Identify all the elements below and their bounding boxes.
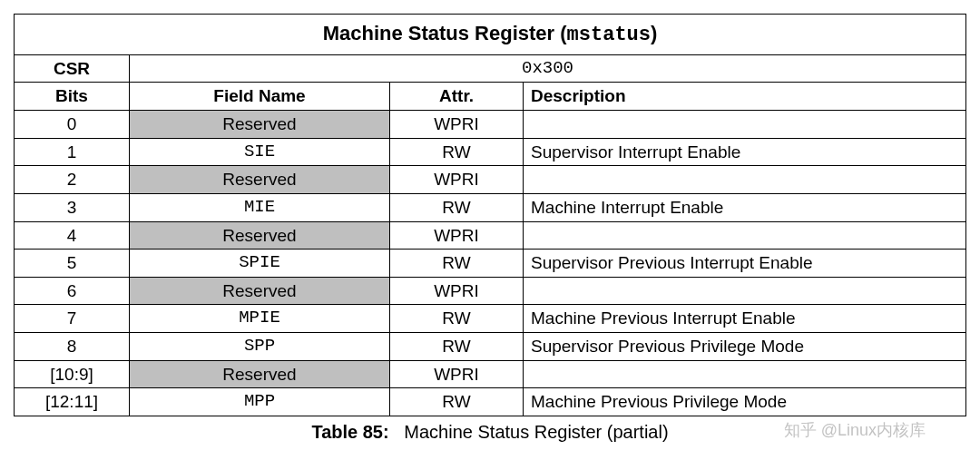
cell-field: SPP: [130, 333, 390, 361]
cell-bits: 0: [15, 110, 130, 138]
cell-field: Reserved: [130, 277, 390, 305]
cell-desc: Machine Interrupt Enable: [524, 193, 966, 221]
cell-attr: WPRI: [390, 166, 524, 194]
cell-bits: [10:9]: [15, 360, 130, 388]
cell-attr: RW: [390, 138, 524, 166]
cell-desc: Supervisor Previous Privilege Mode: [524, 333, 966, 361]
cell-attr: WPRI: [390, 360, 524, 388]
table-title: Machine Status Register (mstatus): [15, 15, 966, 55]
table-row: 0ReservedWPRI: [15, 110, 966, 138]
cell-bits: 6: [15, 277, 130, 305]
cell-desc: [524, 110, 966, 138]
cell-attr: RW: [390, 305, 524, 333]
header-attr: Attr.: [390, 83, 524, 111]
cell-bits: 3: [15, 193, 130, 221]
cell-bits: 5: [15, 250, 130, 278]
cell-field: SPIE: [130, 250, 390, 278]
cell-field: MIE: [130, 193, 390, 221]
header-field: Field Name: [130, 83, 390, 111]
cell-field: Reserved: [130, 166, 390, 194]
cell-desc: Supervisor Interrupt Enable: [524, 138, 966, 166]
cell-field: Reserved: [130, 221, 390, 250]
header-row: Bits Field Name Attr. Description: [15, 83, 966, 111]
cell-field: MPP: [130, 388, 390, 416]
cell-bits: [12:11]: [15, 388, 130, 416]
table-caption: Table 85: Machine Status Register (parti…: [14, 422, 966, 443]
cell-bits: 2: [15, 166, 130, 194]
caption-label: Table 85:: [311, 422, 388, 442]
title-prefix: Machine Status Register (: [323, 22, 567, 44]
cell-attr: WPRI: [390, 277, 524, 305]
table-row: 5SPIERWSupervisor Previous Interrupt Ena…: [15, 250, 966, 278]
table-row: 2ReservedWPRI: [15, 166, 966, 194]
caption-text: Machine Status Register (partial): [404, 422, 668, 442]
table-row: 1SIERWSupervisor Interrupt Enable: [15, 138, 966, 166]
table-row: 7MPIERWMachine Previous Interrupt Enable: [15, 305, 966, 333]
cell-desc: [524, 221, 966, 250]
cell-desc: [524, 360, 966, 388]
cell-field: MPIE: [130, 305, 390, 333]
cell-attr: WPRI: [390, 221, 524, 250]
cell-bits: 1: [15, 138, 130, 166]
table-row: [10:9]ReservedWPRI: [15, 360, 966, 388]
header-bits: Bits: [15, 83, 130, 111]
cell-bits: 7: [15, 305, 130, 333]
cell-bits: 4: [15, 221, 130, 250]
title-code: mstatus: [567, 24, 651, 46]
cell-desc: [524, 277, 966, 305]
cell-field: SIE: [130, 138, 390, 166]
cell-attr: RW: [390, 388, 524, 416]
cell-bits: 8: [15, 333, 130, 361]
cell-attr: RW: [390, 193, 524, 221]
csr-value: 0x300: [130, 54, 966, 83]
table-row: 6ReservedWPRI: [15, 277, 966, 305]
cell-attr: WPRI: [390, 110, 524, 138]
cell-desc: Supervisor Previous Interrupt Enable: [524, 250, 966, 278]
title-suffix: ): [651, 22, 657, 44]
cell-field: Reserved: [130, 360, 390, 388]
csr-label: CSR: [15, 54, 130, 83]
csr-row: CSR 0x300: [15, 54, 966, 83]
table-row: 3MIERWMachine Interrupt Enable: [15, 193, 966, 221]
table-row: [12:11]MPPRWMachine Previous Privilege M…: [15, 388, 966, 416]
cell-desc: [524, 166, 966, 194]
table-title-row: Machine Status Register (mstatus): [15, 15, 966, 55]
cell-attr: RW: [390, 333, 524, 361]
header-desc: Description: [524, 83, 966, 111]
table-row: 8SPPRWSupervisor Previous Privilege Mode: [15, 333, 966, 361]
mstatus-table: Machine Status Register (mstatus) CSR 0x…: [14, 14, 966, 416]
cell-attr: RW: [390, 250, 524, 278]
cell-field: Reserved: [130, 110, 390, 138]
cell-desc: Machine Previous Privilege Mode: [524, 388, 966, 416]
table-row: 4ReservedWPRI: [15, 221, 966, 250]
cell-desc: Machine Previous Interrupt Enable: [524, 305, 966, 333]
